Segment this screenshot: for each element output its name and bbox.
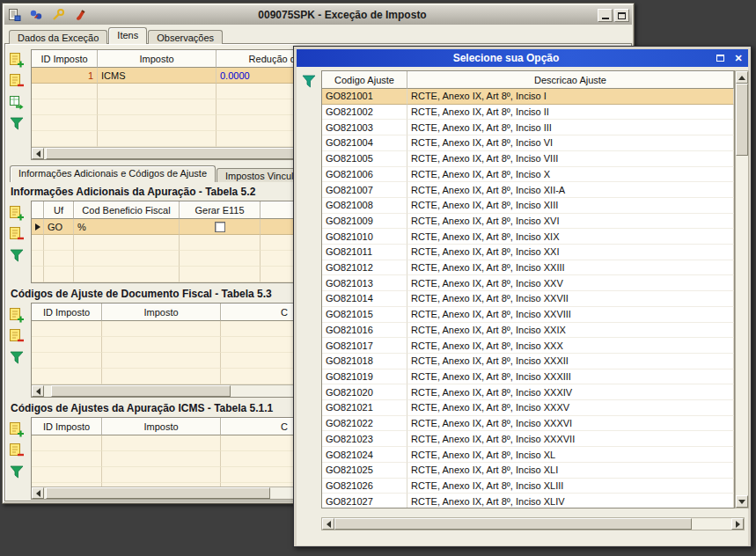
connect-icon[interactable] [29, 8, 43, 22]
minimize-button[interactable] [598, 9, 613, 22]
ajuste-row[interactable]: GO821018 RCTE, Anexo IX, Art 8º, Inciso … [322, 354, 734, 369]
add-note-icon [9, 421, 25, 437]
filter-button[interactable] [8, 463, 26, 480]
filter-button[interactable] [8, 246, 26, 264]
scroll-right-button[interactable] [731, 518, 744, 530]
main-tabstrip: Dados da Exceção Itens Observações [9, 27, 224, 44]
scroll-down-icon [738, 500, 745, 504]
cell-row-indicator [32, 219, 44, 235]
ajuste-row[interactable]: GO821001 RCTE, Anexo IX, Art 8º, Inciso … [322, 89, 734, 105]
popup-body: Codigo Ajuste Descricao Ajuste GO821001 … [297, 67, 748, 545]
delete-record-button[interactable] [8, 327, 26, 345]
ajuste-row[interactable]: GO821006 RCTE, Anexo IX, Art 8º, Inciso … [322, 167, 734, 183]
cell-imposto: ICMS [98, 68, 217, 84]
ajuste-row[interactable]: GO821021 RCTE, Anexo IX, Art 8º, Inciso … [322, 400, 734, 416]
ajuste-row[interactable]: GO821013 RCTE, Anexo IX, Art 8º, Inciso … [322, 275, 734, 291]
cell-codigo-ajuste: GO821003 [322, 120, 407, 135]
ajuste-row[interactable]: GO821017 RCTE, Anexo IX, Art 8º, Inciso … [322, 338, 734, 354]
gerar-e115-checkbox[interactable] [215, 222, 225, 232]
scroll-left-button[interactable] [32, 148, 44, 159]
scroll-down-button[interactable] [736, 495, 748, 508]
ajuste-row[interactable]: GO821015 RCTE, Anexo IX, Art 8º, Inciso … [322, 307, 734, 323]
cell-codigo-ajuste: GO821027 [322, 494, 407, 508]
maximize-icon [618, 12, 626, 19]
add-record-button[interactable] [8, 421, 26, 438]
current-row-arrow-icon [35, 223, 40, 230]
scroll-left-icon [36, 490, 40, 497]
tab-itens[interactable]: Itens [108, 27, 147, 44]
cell-descricao-ajuste: RCTE, Anexo IX, Art 8º, Inciso XLIV [407, 494, 734, 508]
scroll-thumb[interactable] [334, 518, 692, 530]
popup-filter-button[interactable] [300, 72, 318, 90]
ajuste-row[interactable]: GO821012 RCTE, Anexo IX, Art 8º, Inciso … [322, 260, 734, 276]
tab-informacoes-adicionais[interactable]: Informações Adicionais e Códigos de Ajus… [10, 165, 216, 182]
titlebar-icons [7, 8, 87, 22]
main-titlebar[interactable]: 009075SPK - Exceção de Imposto [4, 5, 632, 25]
cell-descricao-ajuste: RCTE, Anexo IX, Art 8º, Inciso X [407, 167, 734, 183]
ajuste-row[interactable]: GO821016 RCTE, Anexo IX, Art 8º, Inciso … [322, 323, 734, 339]
ajuste-row[interactable]: GO821014 RCTE, Anexo IX, Art 8º, Inciso … [322, 291, 734, 307]
tools-icon[interactable] [51, 8, 65, 22]
ajuste-row[interactable]: GO821002 RCTE, Anexo IX, Art 8º, Inciso … [322, 105, 734, 121]
scroll-thumb[interactable] [736, 84, 748, 156]
window-title: 009075SPK - Exceção de Imposto [87, 9, 598, 21]
scroll-left-button[interactable] [32, 487, 44, 499]
cell-codigo-ajuste: GO821010 [322, 229, 407, 245]
ajuste-row[interactable]: GO821019 RCTE, Anexo IX, Art 8º, Inciso … [322, 369, 734, 385]
ajuste-row[interactable]: GO821008 RCTE, Anexo IX, Art 8º, Inciso … [322, 198, 734, 214]
cell-descricao-ajuste: RCTE, Anexo IX, Art 8º, Inciso XVI [407, 214, 734, 230]
cell-descricao-ajuste: RCTE, Anexo IX, Art 8º, Inciso I [407, 89, 734, 105]
add-record-button[interactable] [8, 306, 26, 324]
scroll-left-button[interactable] [322, 518, 334, 530]
ajuste-row[interactable]: GO821011 RCTE, Anexo IX, Art 8º, Inciso … [322, 245, 734, 260]
ajuste-hscrollbar[interactable] [321, 517, 745, 530]
ajuste-vscrollbar[interactable] [735, 70, 749, 508]
ajuste-row[interactable]: GO821005 RCTE, Anexo IX, Art 8º, Inciso … [322, 151, 734, 167]
cell-descricao-ajuste: RCTE, Anexo IX, Art 8º, Inciso XIX [407, 229, 734, 245]
scroll-track[interactable] [334, 518, 731, 530]
paint-icon[interactable] [73, 8, 87, 22]
column-header-id-imposto: ID Imposto [32, 50, 98, 68]
tab-observacoes[interactable]: Observações [148, 30, 223, 44]
export-grid-button[interactable] [8, 93, 26, 111]
scroll-thumb[interactable] [46, 487, 270, 499]
tab-dados-da-excecao[interactable]: Dados da Exceção [9, 30, 107, 44]
ajuste-row[interactable]: GO821027 RCTE, Anexo IX, Art 8º, Inciso … [322, 494, 734, 508]
cell-descricao-ajuste: RCTE, Anexo IX, Art 8º, Inciso XL [407, 447, 734, 463]
filter-button[interactable] [8, 348, 26, 366]
cell-descricao-ajuste: RCTE, Anexo IX, Art 8º, Inciso XXXV [407, 400, 734, 416]
delete-record-button[interactable] [8, 442, 26, 459]
delete-record-button[interactable] [8, 72, 26, 90]
ajuste-row[interactable]: GO821010 RCTE, Anexo IX, Art 8º, Inciso … [322, 229, 734, 245]
popup-close-button[interactable]: ✕ [731, 52, 745, 64]
ajuste-row[interactable]: GO821023 RCTE, Anexo IX, Art 8º, Inciso … [322, 431, 734, 447]
scroll-up-icon [738, 76, 745, 80]
maximize-icon [716, 55, 724, 62]
cell-uf: GO [44, 219, 74, 235]
scroll-thumb[interactable] [51, 385, 231, 397]
popup-maximize-button[interactable] [713, 52, 727, 64]
popup-window-buttons: ✕ [713, 52, 745, 64]
filter-button[interactable] [8, 114, 26, 132]
report-icon[interactable] [7, 8, 21, 22]
popup-titlebar[interactable]: Selecione sua Opção ✕ [297, 49, 748, 67]
add-record-button[interactable] [8, 51, 26, 69]
cell-codigo-ajuste: GO821014 [322, 291, 407, 307]
ajuste-row[interactable]: GO821022 RCTE, Anexo IX, Art 8º, Inciso … [322, 416, 734, 432]
cell-cod-beneficio: % [74, 219, 180, 235]
ajuste-row[interactable]: GO821004 RCTE, Anexo IX, Art 8º, Inciso … [322, 135, 734, 151]
cell-id-imposto: 1 [32, 68, 98, 84]
ajuste-row[interactable]: GO821020 RCTE, Anexo IX, Art 8º, Inciso … [322, 384, 734, 400]
ajuste-row[interactable]: GO821026 RCTE, Anexo IX, Art 8º, Inciso … [322, 479, 734, 494]
delete-record-button[interactable] [8, 225, 26, 243]
maximize-button[interactable] [614, 9, 629, 22]
scroll-left-button[interactable] [32, 385, 44, 397]
ajuste-row[interactable]: GO821024 RCTE, Anexo IX, Art 8º, Inciso … [322, 447, 734, 463]
ajuste-row[interactable]: GO821025 RCTE, Anexo IX, Art 8º, Inciso … [322, 463, 734, 479]
add-record-button[interactable] [8, 204, 26, 222]
ajuste-row[interactable]: GO821007 RCTE, Anexo IX, Art 8º, Inciso … [322, 182, 734, 198]
scroll-track[interactable] [736, 156, 748, 495]
scroll-up-button[interactable] [736, 71, 748, 84]
ajuste-row[interactable]: GO821009 RCTE, Anexo IX, Art 8º, Inciso … [322, 214, 734, 230]
ajuste-row[interactable]: GO821003 RCTE, Anexo IX, Art 8º, Inciso … [322, 120, 734, 135]
